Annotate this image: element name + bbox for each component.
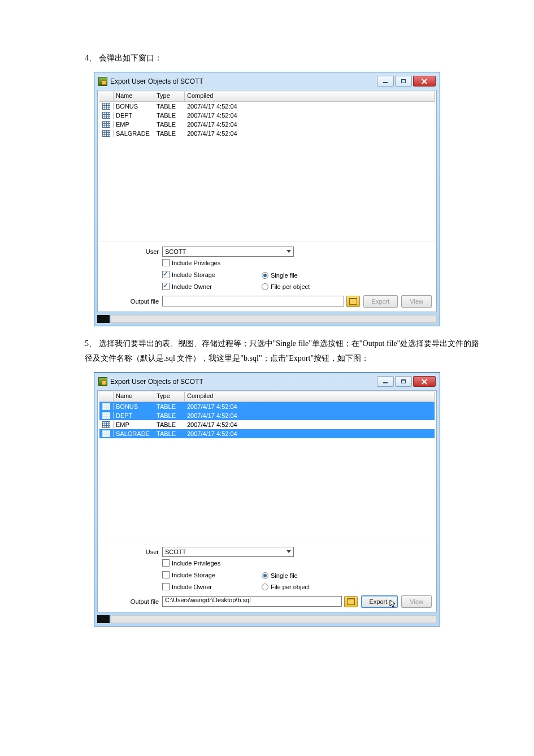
titlebar[interactable]: Export User Objects of SCOTT: [97, 375, 437, 388]
radio-icon: [262, 272, 268, 279]
close-icon: [422, 379, 427, 385]
table-icon: [102, 430, 110, 437]
cell-compiled: 2007/4/17 4:52:04: [185, 112, 435, 119]
scrollbar-track[interactable]: [111, 615, 437, 623]
browse-button[interactable]: [346, 296, 360, 307]
column-header-name[interactable]: Name: [114, 92, 154, 101]
table-icon: [102, 421, 110, 428]
export-dialog-1: Export User Objects of SCOTT Name Type C…: [94, 72, 440, 326]
table-row[interactable]: BONUSTABLE2007/4/17 4:52:04: [99, 102, 435, 111]
single-file-radio[interactable]: Single file: [262, 272, 298, 279]
table-icon: [102, 121, 110, 128]
file-per-object-radio[interactable]: File per object: [262, 584, 310, 590]
column-header-name[interactable]: Name: [114, 392, 154, 401]
column-header-compiled[interactable]: Compiled: [185, 92, 435, 101]
table-icon: [102, 103, 110, 110]
checkbox-icon: [162, 271, 170, 278]
close-icon: [422, 79, 427, 84]
table-row[interactable]: SALGRADETABLE2007/4/17 4:52:04: [99, 129, 435, 138]
minimize-icon: [383, 382, 388, 383]
checkbox-icon: [162, 571, 170, 578]
cell-name: BONUS: [114, 103, 154, 110]
cell-name: BONUS: [114, 403, 154, 410]
user-combobox[interactable]: SCOTT: [162, 247, 294, 257]
close-button[interactable]: [413, 376, 436, 387]
table-icon: [102, 412, 110, 419]
cell-compiled: 2007/4/17 4:52:04: [185, 130, 435, 137]
user-value: SCOTT: [165, 548, 186, 555]
file-per-object-radio[interactable]: File per object: [262, 283, 310, 290]
radio-icon: [262, 283, 268, 290]
column-header-type[interactable]: Type: [154, 392, 185, 401]
export-dialog-2: Export User Objects of SCOTT Name Type C…: [94, 372, 440, 627]
close-button[interactable]: [413, 76, 436, 87]
window-title: Export User Objects of SCOTT: [110, 77, 377, 85]
output-file-input[interactable]: [162, 296, 344, 306]
checkbox-icon: [162, 583, 170, 590]
view-button[interactable]: View: [401, 295, 432, 308]
view-button[interactable]: View: [401, 595, 432, 608]
scrollbar-thumb[interactable]: [97, 315, 110, 323]
minimize-button[interactable]: [377, 376, 394, 387]
user-label: User: [102, 548, 162, 555]
include-storage-checkbox[interactable]: Include Storage: [162, 571, 215, 578]
cell-compiled: 2007/4/17 4:52:04: [185, 121, 435, 128]
cell-type: TABLE: [154, 412, 185, 419]
browse-button[interactable]: [344, 596, 358, 607]
cell-name: DEPT: [114, 412, 154, 419]
scrollbar-thumb[interactable]: [97, 615, 110, 623]
cell-type: TABLE: [154, 130, 185, 137]
column-header-type[interactable]: Type: [154, 92, 185, 101]
maximize-icon: [401, 379, 406, 383]
table-icon: [102, 403, 110, 410]
cell-type: TABLE: [154, 103, 185, 110]
minimize-button[interactable]: [377, 76, 394, 87]
app-icon: [98, 77, 107, 86]
cell-compiled: 2007/4/17 4:52:04: [185, 430, 435, 437]
table-icon: [102, 112, 110, 119]
cell-type: TABLE: [154, 112, 185, 119]
objects-grid[interactable]: Name Type Compiled BONUSTABLE2007/4/17 4…: [99, 391, 435, 542]
maximize-button[interactable]: [395, 376, 412, 387]
status-scrollbar[interactable]: [97, 315, 437, 323]
cell-type: TABLE: [154, 421, 185, 428]
table-icon: [102, 130, 110, 137]
scrollbar-track[interactable]: [111, 315, 437, 323]
table-row[interactable]: SALGRADETABLE2007/4/17 4:52:04: [99, 429, 435, 438]
table-row[interactable]: DEPTTABLE2007/4/17 4:52:04: [99, 111, 435, 120]
cell-name: SALGRADE: [114, 130, 154, 137]
export-button[interactable]: Export: [363, 295, 398, 308]
titlebar[interactable]: Export User Objects of SCOTT: [97, 75, 437, 88]
include-privileges-checkbox[interactable]: Include Privileges: [162, 559, 220, 567]
include-privileges-checkbox[interactable]: Include Privileges: [162, 259, 220, 266]
cell-name: DEPT: [114, 112, 154, 119]
table-row[interactable]: DEPTTABLE2007/4/17 4:52:04: [99, 411, 435, 420]
step-5-text: 5、 选择我们要导出的表、视图、存储过程等；只选中"Single file"单选…: [85, 336, 483, 366]
table-row[interactable]: EMPTABLE2007/4/17 4:52:04: [99, 420, 435, 429]
output-file-input[interactable]: C:\Users\wangdr\Desktop\b.sql: [162, 596, 342, 607]
cell-type: TABLE: [154, 121, 185, 128]
column-header-compiled[interactable]: Compiled: [185, 392, 435, 401]
checkbox-icon: [162, 259, 170, 266]
maximize-button[interactable]: [395, 76, 412, 87]
cell-name: EMP: [114, 121, 154, 128]
objects-grid[interactable]: Name Type Compiled BONUSTABLE2007/4/17 4…: [99, 91, 435, 242]
chevron-down-icon: [286, 550, 291, 553]
table-row[interactable]: BONUSTABLE2007/4/17 4:52:04: [99, 402, 435, 411]
radio-icon: [262, 572, 268, 579]
cell-compiled: 2007/4/17 4:52:04: [185, 412, 435, 419]
cell-type: TABLE: [154, 430, 185, 437]
export-button[interactable]: Export: [361, 595, 398, 608]
folder-open-icon: [347, 598, 355, 605]
include-owner-checkbox[interactable]: Include Owner: [162, 583, 212, 590]
single-file-radio[interactable]: Single file: [262, 572, 298, 579]
status-scrollbar[interactable]: [97, 615, 437, 623]
table-row[interactable]: EMPTABLE2007/4/17 4:52:04: [99, 120, 435, 129]
checkbox-icon: [162, 559, 170, 567]
user-label: User: [102, 248, 162, 255]
cell-name: SALGRADE: [114, 430, 154, 437]
user-combobox[interactable]: SCOTT: [162, 547, 294, 557]
include-storage-checkbox[interactable]: Include Storage: [162, 271, 215, 278]
include-owner-checkbox[interactable]: Include Owner: [162, 283, 212, 290]
user-value: SCOTT: [165, 248, 186, 255]
